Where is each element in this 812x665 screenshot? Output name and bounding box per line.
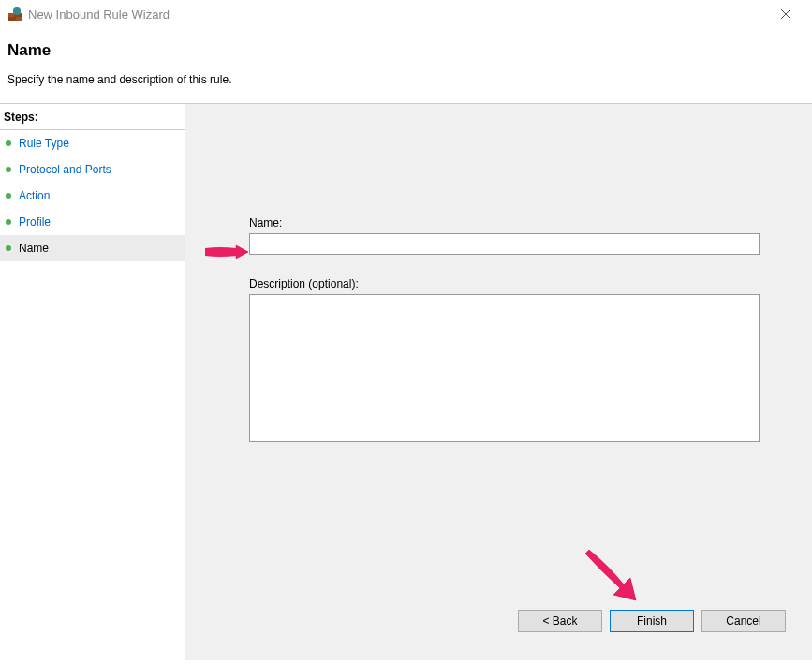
wizard-header: Name Specify the name and description of…: [0, 28, 812, 103]
description-label: Description (optional):: [249, 277, 765, 290]
close-button[interactable]: [767, 0, 805, 28]
titlebar: New Inbound Rule Wizard: [0, 0, 812, 28]
bullet-icon: [6, 245, 11, 251]
svg-rect-4: [16, 17, 22, 21]
bullet-icon: [6, 140, 11, 146]
step-label: Rule Type: [19, 137, 69, 150]
step-rule-type[interactable]: Rule Type: [0, 130, 185, 156]
step-name[interactable]: Name: [0, 235, 185, 261]
step-label: Profile: [19, 215, 51, 229]
step-label: Protocol and Ports: [19, 163, 111, 176]
description-textarea[interactable]: [249, 294, 760, 442]
main-panel: Name: Description (optional): < Back Fin…: [185, 103, 812, 660]
bullet-icon: [6, 219, 11, 225]
finish-button[interactable]: Finish: [610, 610, 694, 632]
step-profile[interactable]: Profile: [0, 209, 185, 235]
name-input[interactable]: [249, 233, 760, 255]
window-title: New Inbound Rule Wizard: [28, 7, 767, 22]
svg-rect-1: [8, 13, 14, 17]
bullet-icon: [6, 167, 11, 172]
step-protocol-ports[interactable]: Protocol and Ports: [0, 156, 185, 183]
svg-rect-3: [8, 17, 15, 21]
step-label: Name: [19, 242, 49, 255]
back-button[interactable]: < Back: [518, 610, 602, 632]
step-action[interactable]: Action: [0, 183, 185, 209]
steps-sidebar: Steps: Rule Type Protocol and Ports Acti…: [0, 103, 185, 660]
bullet-icon: [6, 193, 11, 199]
wizard-button-bar: < Back Finish Cancel: [518, 610, 786, 632]
svg-point-6: [13, 7, 21, 15]
name-label: Name:: [249, 216, 765, 229]
page-title: Name: [7, 41, 805, 60]
page-subtitle: Specify the name and description of this…: [7, 73, 805, 86]
steps-heading: Steps:: [0, 104, 185, 130]
firewall-icon: [7, 7, 22, 22]
step-label: Action: [19, 189, 50, 202]
cancel-button[interactable]: Cancel: [701, 610, 786, 632]
